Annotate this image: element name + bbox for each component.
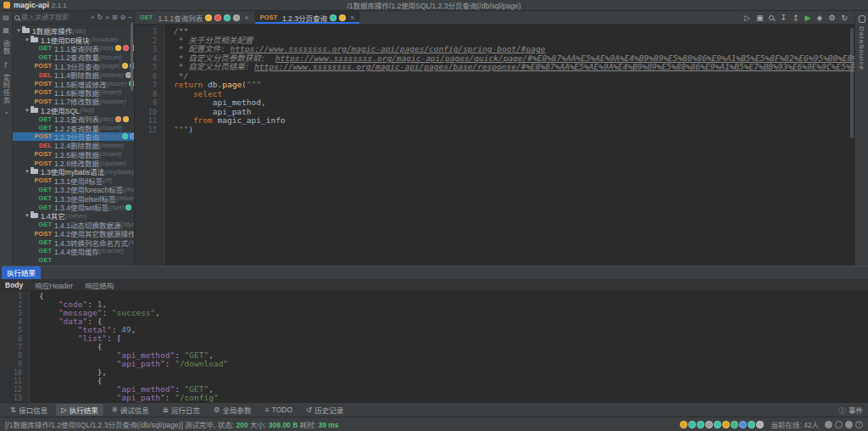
editor-tab[interactable]: GET1.1.1查询列表× <box>135 11 255 24</box>
folder-path: (/sql) <box>80 106 95 114</box>
publish-icon[interactable]: ▶ <box>805 14 811 22</box>
line-number: 2 <box>0 300 29 309</box>
function-icon[interactable]: ƒ <box>4 61 8 68</box>
global-params-icon: ⚙ <box>214 406 220 414</box>
datasource-panel-tab[interactable]: DataSource <box>858 26 865 70</box>
code-line: 10 }, <box>0 368 868 377</box>
viewer-avatar <box>330 14 337 21</box>
line-number: 3 <box>135 45 164 54</box>
functions-tab[interactable]: 函数 <box>2 40 11 55</box>
status-code: 200 <box>236 421 248 429</box>
method-badge: POST <box>32 176 52 184</box>
request-info-icon: ⇅ <box>10 406 16 414</box>
expand-icon[interactable]: ⊞ <box>112 14 118 22</box>
method-badge: GET <box>32 204 52 211</box>
close-icon[interactable]: × <box>244 14 248 22</box>
line-number: 7 <box>135 81 164 90</box>
history-button[interactable]: ↺历史记录 <box>301 404 348 416</box>
run-result-button[interactable]: ▷执行结果 <box>56 404 103 416</box>
run-result-tab[interactable]: 执行结果 <box>2 266 41 279</box>
help-icon[interactable]: ? <box>855 421 863 428</box>
run-result-label: 执行结果 <box>70 405 98 415</box>
tree-item[interactable]: GET1.3.4使用set标签(/set) <box>13 203 134 211</box>
refresh-icon[interactable]: ↻ <box>841 14 848 22</box>
tree-item[interactable]: GET1.4.4使用缓存(/cache) <box>13 247 134 255</box>
chevron-down-icon[interactable]: ▾ <box>15 27 22 34</box>
todo-label: TODO <box>272 406 292 414</box>
viewer-avatar <box>122 133 128 139</box>
chevron-down-icon[interactable]: ▾ <box>24 168 31 175</box>
pull-icon[interactable]: ↧ <box>780 14 787 22</box>
save-icon[interactable]: ▣ <box>756 14 764 22</box>
folder-icon <box>31 37 38 42</box>
chevron-down-icon[interactable]: ▾ <box>24 212 31 219</box>
tree-item[interactable]: GET <box>13 255 134 264</box>
clock-icon[interactable]: ◔ <box>4 110 8 117</box>
line-number: 5 <box>0 326 29 334</box>
response-subtab-响应header[interactable]: 响应Header <box>35 280 73 290</box>
api-group-icon[interactable]: ▤ <box>3 14 9 21</box>
method-badge: GET <box>32 115 52 123</box>
viewer-avatar <box>224 14 231 21</box>
response-body-json[interactable]: 1{2 "code": 1,3 "message": "success",4 "… <box>0 291 868 402</box>
run-log-button[interactable]: ≣运行日志 <box>158 404 205 416</box>
global-params-button[interactable]: ⚙全局参数 <box>209 404 257 416</box>
current-api-path: /1数据库操作/1.2使用SQL/1.2.3分页查询(/db/sql/page) <box>0 0 868 10</box>
viewer-avatar <box>205 14 212 21</box>
status-result-label: 测试完毕, 状态: <box>183 421 236 429</box>
code-line: 11 from magic_api_info <box>135 116 854 126</box>
method-badge: POST <box>32 132 52 140</box>
api-path: (/delete) <box>99 142 124 149</box>
editor-tabbar: GET1.1.1查询列表×POST1.2.3分页查询× ▷▣↧↥▶◈⚙↻ <box>135 11 854 25</box>
datasource-icon[interactable]: ▦ <box>3 27 9 34</box>
request-info-button[interactable]: ⇅接口信息 <box>5 404 53 416</box>
line-number: 4 <box>0 317 29 326</box>
chevron-down-icon[interactable]: ▾ <box>24 36 31 43</box>
status-time-label: 耗时: <box>298 421 318 429</box>
code-line: 6 "list": [ <box>0 334 868 343</box>
code-editor[interactable]: 1/**2 * 关于分页相关配置3 * 配置文件: https://www.ss… <box>135 25 854 266</box>
run-log-label: 运行日志 <box>171 405 200 415</box>
chevron-down-icon[interactable]: ▾ <box>24 107 31 114</box>
sidebar-search-row: +↻×⊞⊘− <box>13 11 134 25</box>
events-button[interactable]: ⓘ 事件 <box>838 405 863 415</box>
result-panel: 执行结果 Body响应Header响应结构 1{2 "code": 1,3 "m… <box>0 266 868 402</box>
method-badge: POST <box>32 160 52 167</box>
close-icon[interactable]: × <box>350 14 354 22</box>
folder-icon <box>31 213 38 218</box>
method-badge: DEL <box>32 142 52 149</box>
todo-button[interactable]: ≡TODO <box>260 405 298 415</box>
editor-tab[interactable]: POST1.2.3分页查询× <box>255 11 361 24</box>
line-number: 9 <box>0 360 29 368</box>
collapse-icon[interactable]: × <box>105 14 109 22</box>
add-icon[interactable]: + <box>91 14 95 22</box>
refresh-icon[interactable]: ↻ <box>97 14 103 22</box>
filter-icon[interactable]: ⊘ <box>120 14 126 22</box>
settings-icon[interactable]: ⚙ <box>828 14 835 22</box>
code-text: """) <box>164 126 193 135</box>
todo-icon: ≡ <box>265 406 270 414</box>
api-path: (/insert) <box>99 88 122 96</box>
qq-icon[interactable] <box>825 421 832 428</box>
search-icon[interactable] <box>769 15 774 20</box>
online-user-avatar <box>722 421 730 428</box>
viewer-avatar <box>122 63 128 69</box>
response-subtab-响应结构[interactable]: 响应结构 <box>85 280 114 290</box>
viewer-avatar <box>233 14 240 21</box>
tasks-tab[interactable]: 定时任务 <box>2 74 11 104</box>
code-text: * 自定义分页结果: https://www.ssssssss.org/magi… <box>164 63 854 72</box>
code-line: 1{ <box>0 292 868 300</box>
debug-info-button[interactable]: ※调试信息 <box>107 404 154 416</box>
api-path: (/dynamic) <box>120 221 134 228</box>
api-label: 1.4.4使用缓存 <box>54 246 99 256</box>
minimize-icon[interactable]: − <box>128 14 132 22</box>
gitee-icon[interactable] <box>845 421 853 428</box>
tree-scrollbar[interactable] <box>131 23 133 91</box>
code-line: 5 "total": 49, <box>0 326 868 334</box>
github-icon[interactable] <box>835 421 843 428</box>
search-input[interactable] <box>21 14 89 21</box>
theme-icon[interactable]: ◈ <box>816 14 822 22</box>
run-icon[interactable]: ▷ <box>744 14 750 22</box>
response-subtab-body[interactable]: Body <box>5 281 23 289</box>
push-icon[interactable]: ↥ <box>793 14 799 22</box>
